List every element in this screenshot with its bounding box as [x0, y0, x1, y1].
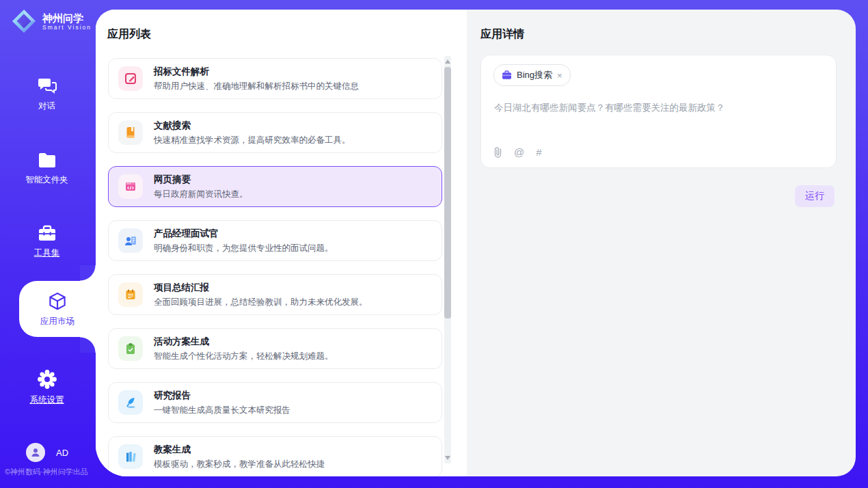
bubble-fillet-top: [80, 265, 96, 281]
app-card-desc: 全面回顾项目进展，总结经验教训，助力未来优化发展。: [154, 297, 368, 308]
app-window: 神州问学 Smart Vision 对话 智能文件夹: [0, 0, 868, 488]
app-card-list: 招标文件解析 帮助用户快速、准确地理解和解析招标书中的关键信息 文献搜索: [108, 58, 442, 476]
edit-square-icon: [118, 66, 143, 91]
avatar: [26, 443, 45, 462]
app-card-title: 网页摘要: [154, 174, 248, 186]
composer-toolbar: @ #: [493, 146, 542, 158]
ink-quill-icon: [118, 390, 143, 415]
app-detail-title: 应用详情: [480, 27, 524, 42]
scroll-up-icon[interactable]: [445, 59, 450, 64]
app-card-desc: 明确身份和职责，为您提供专业性的面试问题。: [154, 243, 334, 254]
app-card-title: 研究报告: [154, 390, 290, 402]
copyright-text: ©神州数码·神州问学出品: [5, 467, 88, 477]
close-icon[interactable]: ×: [557, 71, 562, 80]
sidebar-item-label: 智能文件夹: [25, 174, 68, 186]
book-icon: [118, 120, 143, 145]
tool-tag-bing-search[interactable]: Bing搜索 ×: [493, 64, 571, 86]
app-list-panel: 应用列表 招标文件解析 帮助用户快速、准确地理解和解析招标书中的关键信息: [96, 10, 467, 476]
briefcase-icon: [502, 70, 512, 80]
bubble-fillet-bottom: [80, 337, 96, 353]
folder-icon: [37, 152, 57, 170]
sidebar-item-label: 对话: [38, 100, 55, 112]
user-initials: AD: [56, 448, 68, 458]
app-card-lesson-plan[interactable]: 教案生成 模板驱动，教案秒成，教学准备从此轻松快捷: [108, 436, 442, 476]
app-card-desc: 模板驱动，教案秒成，教学准备从此轻松快捷: [154, 459, 325, 470]
query-text[interactable]: 今日湖北有哪些新闻要点？有哪些需要关注的最新政策？: [494, 102, 725, 114]
app-card-desc: 快速精准查找学术资源，提高研究效率的必备工具。: [154, 135, 351, 146]
app-card-title: 项目总结汇报: [154, 282, 368, 294]
sidebar-item-toolset[interactable]: 工具集: [0, 224, 94, 259]
prompt-composer[interactable]: Bing搜索 × 今日湖北有哪些新闻要点？有哪些需要关注的最新政策？ @ #: [480, 55, 837, 168]
app-list-scrollbar[interactable]: [444, 56, 451, 463]
person-doc-icon: [118, 228, 143, 253]
app-card-web-summary[interactable]: 网页摘要 每日政府新闻资讯快查。: [108, 166, 442, 207]
browser-code-icon: [118, 174, 143, 199]
app-card-title: 招标文件解析: [154, 66, 359, 78]
paperclip-icon[interactable]: [493, 146, 502, 158]
sidebar-item-smart-folder[interactable]: 智能文件夹: [0, 152, 94, 186]
toolbox-icon: [37, 224, 57, 243]
clipboard-check-icon: [118, 336, 143, 361]
user-account[interactable]: AD: [26, 443, 68, 462]
tool-tag-label: Bing搜索: [517, 69, 552, 81]
brand-logo: 神州问学 Smart Vision: [11, 8, 92, 34]
app-card-title: 活动方案生成: [154, 336, 334, 348]
app-card-desc: 智能生成个性化活动方案，轻松解决规划难题。: [154, 351, 334, 362]
app-card-project-summary[interactable]: 项目总结汇报 全面回顾项目进展，总结经验教训，助力未来优化发展。: [108, 274, 442, 315]
main-content: 应用列表 招标文件解析 帮助用户快速、准确地理解和解析招标书中的关键信息: [96, 10, 856, 476]
app-card-title: 文献搜索: [154, 120, 351, 132]
app-card-tender-parse[interactable]: 招标文件解析 帮助用户快速、准确地理解和解析招标书中的关键信息: [108, 58, 442, 99]
sidebar-item-settings[interactable]: 系统设置: [0, 369, 94, 406]
app-card-title: 教案生成: [154, 444, 325, 456]
scrollbar-thumb[interactable]: [444, 67, 451, 318]
app-list-title: 应用列表: [107, 27, 151, 42]
app-card-research-report[interactable]: 研究报告 一键智能生成高质量长文本研究报告: [108, 382, 442, 423]
brand-name: 神州问学: [42, 12, 92, 24]
note-icon: [118, 282, 143, 307]
sidebar-item-label: 系统设置: [30, 394, 64, 406]
books-icon: [118, 444, 143, 469]
mention-icon[interactable]: @: [514, 146, 524, 158]
brand-tagline: Smart Vision: [42, 24, 92, 31]
app-card-literature-search[interactable]: 文献搜索 快速精准查找学术资源，提高研究效率的必备工具。: [108, 112, 442, 153]
hashtag-icon[interactable]: #: [536, 146, 541, 158]
scroll-down-icon[interactable]: [445, 456, 450, 460]
app-card-activity-plan[interactable]: 活动方案生成 智能生成个性化活动方案，轻松解决规划难题。: [108, 328, 442, 369]
run-button[interactable]: 运行: [795, 185, 835, 207]
sidebar-item-app-market[interactable]: 应用市场: [19, 281, 96, 337]
brand-diamond-icon: [11, 8, 37, 34]
app-card-title: 产品经理面试官: [154, 228, 334, 240]
gear-icon: [37, 369, 57, 390]
app-detail-panel: 应用详情 Bing搜索 × 今日湖北有哪些新闻要点？有哪些需要关注的最新政策？: [467, 10, 856, 476]
sidebar-item-chat[interactable]: 对话: [0, 77, 94, 112]
app-card-pm-interviewer[interactable]: 产品经理面试官 明确身份和职责，为您提供专业性的面试问题。: [108, 220, 442, 261]
app-card-desc: 帮助用户快速、准确地理解和解析招标书中的关键信息: [154, 81, 359, 92]
sidebar-item-label: 应用市场: [40, 316, 74, 327]
app-card-desc: 每日政府新闻资讯快查。: [154, 189, 248, 200]
chat-icon: [37, 77, 57, 96]
app-card-desc: 一键智能生成高质量长文本研究报告: [154, 405, 290, 416]
cube-icon: [47, 291, 68, 312]
sidebar-item-label: 工具集: [34, 247, 60, 259]
